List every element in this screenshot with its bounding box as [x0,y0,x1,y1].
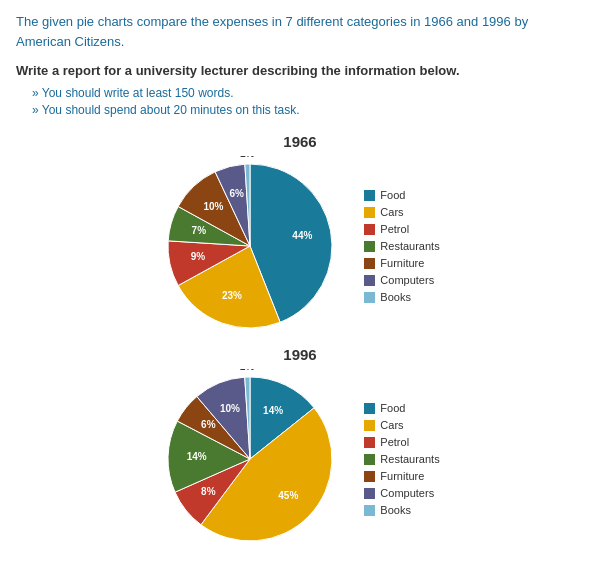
svg-text:45%: 45% [279,490,299,501]
charts-container: 196644%23%9%7%10%6%1%FoodCarsPetrolResta… [16,133,584,549]
legend-item-furniture: Furniture [364,257,439,269]
instructions-list: You should write at least 150 words. You… [32,86,584,117]
svg-text:14%: 14% [263,405,283,416]
legend-item-restaurants: Restaurants [364,240,439,252]
legend-swatch-petrol [364,224,375,235]
svg-text:6%: 6% [201,419,216,430]
svg-text:10%: 10% [204,201,224,212]
svg-text:6%: 6% [230,188,245,199]
legend-item-petrol: Petrol [364,223,439,235]
legend-1996: FoodCarsPetrolRestaurantsFurnitureComput… [364,402,439,516]
legend-1966: FoodCarsPetrolRestaurantsFurnitureComput… [364,189,439,303]
intro-text: The given pie charts compare the expense… [16,12,584,51]
svg-text:1%: 1% [240,369,255,372]
legend-label-computers: Computers [380,274,434,286]
svg-text:9%: 9% [191,251,206,262]
svg-text:1%: 1% [240,156,255,159]
legend-item-computers: Computers [364,487,439,499]
legend-swatch-books [364,292,375,303]
legend-item-petrol: Petrol [364,436,439,448]
legend-label-cars: Cars [380,419,403,431]
task-label: Write a report for a university lecturer… [16,63,584,78]
legend-label-food: Food [380,189,405,201]
chart-section-1996: 199614%45%8%14%6%10%1%FoodCarsPetrolRest… [16,346,584,549]
legend-item-books: Books [364,291,439,303]
legend-item-computers: Computers [364,274,439,286]
instruction-1: You should write at least 150 words. [32,86,584,100]
legend-label-restaurants: Restaurants [380,453,439,465]
legend-swatch-petrol [364,437,375,448]
legend-item-books: Books [364,504,439,516]
legend-swatch-cars [364,207,375,218]
svg-text:44%: 44% [293,230,313,241]
legend-swatch-computers [364,488,375,499]
chart-row-1966: 44%23%9%7%10%6%1%FoodCarsPetrolRestauran… [160,156,439,336]
svg-text:14%: 14% [187,451,207,462]
legend-swatch-restaurants [364,241,375,252]
legend-swatch-cars [364,420,375,431]
instruction-2: You should spend about 20 minutes on thi… [32,103,584,117]
legend-label-books: Books [380,291,411,303]
legend-label-cars: Cars [380,206,403,218]
legend-swatch-food [364,403,375,414]
chart-title-1996: 1996 [283,346,316,363]
svg-text:23%: 23% [222,290,242,301]
legend-swatch-books [364,505,375,516]
legend-swatch-furniture [364,258,375,269]
legend-swatch-restaurants [364,454,375,465]
legend-item-furniture: Furniture [364,470,439,482]
svg-text:10%: 10% [220,403,240,414]
legend-label-computers: Computers [380,487,434,499]
legend-swatch-computers [364,275,375,286]
legend-swatch-furniture [364,471,375,482]
legend-item-food: Food [364,402,439,414]
legend-label-food: Food [380,402,405,414]
legend-item-cars: Cars [364,206,439,218]
legend-label-petrol: Petrol [380,223,409,235]
legend-swatch-food [364,190,375,201]
legend-item-restaurants: Restaurants [364,453,439,465]
legend-item-cars: Cars [364,419,439,431]
legend-label-furniture: Furniture [380,470,424,482]
legend-label-petrol: Petrol [380,436,409,448]
svg-text:8%: 8% [201,486,216,497]
legend-label-furniture: Furniture [380,257,424,269]
legend-item-food: Food [364,189,439,201]
pie-1966: 44%23%9%7%10%6%1% [160,156,340,336]
svg-text:7%: 7% [192,225,207,236]
chart-section-1966: 196644%23%9%7%10%6%1%FoodCarsPetrolResta… [16,133,584,336]
legend-label-restaurants: Restaurants [380,240,439,252]
chart-title-1966: 1966 [283,133,316,150]
pie-1996: 14%45%8%14%6%10%1% [160,369,340,549]
legend-label-books: Books [380,504,411,516]
chart-row-1996: 14%45%8%14%6%10%1%FoodCarsPetrolRestaura… [160,369,439,549]
